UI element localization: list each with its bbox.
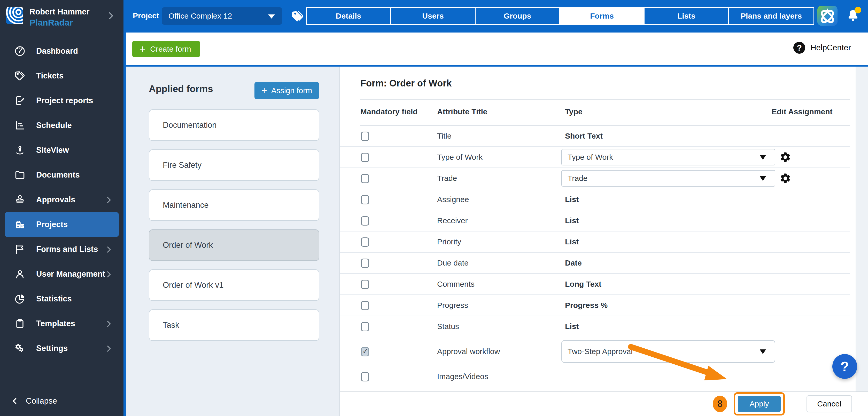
form-card-maintenance[interactable]: Maintenance bbox=[149, 189, 319, 221]
chevron-down-icon bbox=[760, 176, 766, 181]
form-card-documentation[interactable]: Documentation bbox=[149, 109, 319, 141]
mandatory-checkbox[interactable] bbox=[361, 153, 369, 162]
sidebar-item-tickets[interactable]: Tickets bbox=[5, 64, 119, 88]
chevron-right-icon bbox=[104, 196, 113, 205]
attribute-label: Approval workflow bbox=[437, 347, 500, 356]
sidebar-item-project-reports[interactable]: Project reports bbox=[5, 88, 119, 113]
mandatory-checkbox[interactable] bbox=[361, 216, 369, 226]
sidebar-item-user-management[interactable]: User Management bbox=[5, 262, 119, 286]
account-header[interactable]: Robert Hammer PlanRadar bbox=[0, 0, 123, 31]
gear-icon[interactable] bbox=[779, 151, 791, 163]
sidebar-item-statistics[interactable]: Statistics bbox=[5, 286, 119, 311]
tab-details[interactable]: Details bbox=[307, 8, 391, 24]
floating-help-button[interactable]: ? bbox=[832, 354, 857, 379]
notifications-bell-icon[interactable] bbox=[846, 8, 861, 24]
type-value: Date bbox=[565, 258, 582, 267]
sidebar-item-label: Project reports bbox=[36, 96, 93, 105]
applied-forms-title: Applied forms bbox=[149, 83, 213, 95]
gears-icon bbox=[14, 343, 26, 354]
sidebar-item-label: Approvals bbox=[36, 195, 75, 204]
sidebar-item-settings[interactable]: Settings bbox=[5, 336, 119, 361]
connect-app-icon[interactable] bbox=[817, 6, 838, 26]
type-select-value: Two-Step Approval bbox=[567, 347, 633, 356]
tab-groups[interactable]: Groups bbox=[475, 8, 560, 24]
column-edit-assignment: Edit Assignment bbox=[772, 107, 833, 116]
schedule-icon bbox=[14, 120, 26, 131]
attribute-label: Images/Videos bbox=[437, 372, 488, 381]
project-selector[interactable]: Office Complex 12 bbox=[162, 7, 282, 25]
sidebar-item-label: Projects bbox=[36, 220, 68, 229]
divider bbox=[126, 65, 868, 67]
plus-icon: + bbox=[261, 85, 267, 96]
sidebar-item-documents[interactable]: Documents bbox=[5, 163, 119, 187]
sidebar-item-forms-and-lists[interactable]: Forms and Lists bbox=[5, 237, 119, 262]
collapse-button[interactable]: Collapse bbox=[10, 396, 57, 406]
tags-icon[interactable] bbox=[291, 10, 304, 23]
sidebar-item-siteview[interactable]: SiteView bbox=[5, 138, 119, 163]
gear-icon[interactable] bbox=[779, 172, 791, 184]
type-value: List bbox=[565, 237, 579, 246]
type-select[interactable]: Trade bbox=[561, 170, 775, 186]
attribute-label: Title bbox=[437, 132, 452, 140]
form-card-fire-safety[interactable]: Fire Safety bbox=[149, 149, 319, 181]
cancel-button[interactable]: Cancel bbox=[807, 395, 852, 412]
tab-users[interactable]: Users bbox=[391, 8, 475, 24]
attribute-label: Trade bbox=[437, 174, 457, 183]
mandatory-checkbox[interactable] bbox=[361, 258, 369, 268]
chevron-right-icon bbox=[104, 245, 113, 255]
sidebar-item-schedule[interactable]: Schedule bbox=[5, 113, 119, 138]
mandatory-checkbox[interactable] bbox=[361, 195, 369, 204]
type-select[interactable]: Two-Step Approval bbox=[561, 340, 775, 363]
table-row-assignee: AssigneeList bbox=[340, 189, 850, 210]
chevron-down-icon bbox=[760, 155, 766, 160]
type-value: List bbox=[565, 216, 579, 225]
sidebar: Robert Hammer PlanRadar DashboardTickets… bbox=[0, 0, 123, 416]
sidebar-item-label: Statistics bbox=[36, 294, 72, 304]
form-card-order-of-work[interactable]: Order of Work bbox=[149, 230, 319, 261]
sidebar-item-label: Templates bbox=[36, 319, 75, 328]
form-card-order-of-work-v1[interactable]: Order of Work v1 bbox=[149, 269, 319, 301]
sidebar-item-templates[interactable]: Templates bbox=[5, 311, 119, 336]
sidebar-item-dashboard[interactable]: Dashboard bbox=[5, 39, 119, 64]
assign-form-button[interactable]: + Assign form bbox=[254, 82, 319, 99]
applied-forms-panel: Applied forms + Assign form Documentatio… bbox=[126, 67, 339, 416]
column-mandatory: Mandatory field bbox=[361, 107, 418, 116]
expand-account-icon[interactable] bbox=[106, 11, 116, 22]
form-toolbar: + Create form ? HelpCenter bbox=[126, 33, 868, 65]
sidebar-item-label: Documents bbox=[36, 170, 80, 180]
attribute-label: Receiver bbox=[437, 216, 468, 225]
divider bbox=[361, 99, 850, 100]
mandatory-checkbox[interactable] bbox=[361, 132, 369, 141]
mandatory-checkbox[interactable] bbox=[361, 301, 369, 310]
tab-lists[interactable]: Lists bbox=[645, 8, 729, 24]
create-form-button[interactable]: + Create form bbox=[132, 41, 200, 57]
mandatory-checkbox[interactable] bbox=[361, 280, 369, 289]
attribute-label: Assignee bbox=[437, 195, 469, 204]
tab-plans-and-layers[interactable]: Plans and layers bbox=[729, 8, 813, 24]
form-card-task[interactable]: Task bbox=[149, 309, 319, 341]
table-row-status: StatusList bbox=[340, 316, 850, 337]
apply-button[interactable]: Apply bbox=[738, 396, 781, 412]
table-row-type-of-work: Type of WorkType of Work bbox=[340, 147, 850, 168]
chevron-right-icon bbox=[104, 319, 113, 329]
notification-badge bbox=[855, 7, 861, 13]
tab-forms[interactable]: Forms bbox=[560, 8, 645, 24]
type-select-value: Type of Work bbox=[567, 153, 613, 162]
sidebar-item-projects[interactable]: Projects bbox=[5, 212, 119, 237]
sidebar-menu: DashboardTicketsProject reportsScheduleS… bbox=[0, 39, 123, 361]
user-name: Robert Hammer bbox=[29, 7, 90, 16]
type-select[interactable]: Type of Work bbox=[561, 149, 775, 165]
type-value: List bbox=[565, 195, 579, 204]
project-label: Project bbox=[133, 11, 159, 20]
helpcenter-button[interactable]: ? HelpCenter bbox=[793, 42, 851, 54]
mandatory-checkbox[interactable] bbox=[361, 174, 369, 183]
mandatory-checkbox[interactable] bbox=[361, 322, 369, 332]
mandatory-checkbox[interactable] bbox=[361, 372, 369, 381]
helpcenter-label: HelpCenter bbox=[810, 43, 851, 53]
sidebar-item-approvals[interactable]: Approvals bbox=[5, 187, 119, 212]
scroll-gutter[interactable] bbox=[856, 67, 868, 392]
chevron-right-icon bbox=[104, 344, 113, 354]
mandatory-checkbox[interactable]: ✓ bbox=[361, 347, 369, 356]
table-row-comments: CommentsLong Text bbox=[340, 274, 850, 295]
mandatory-checkbox[interactable] bbox=[361, 237, 369, 247]
